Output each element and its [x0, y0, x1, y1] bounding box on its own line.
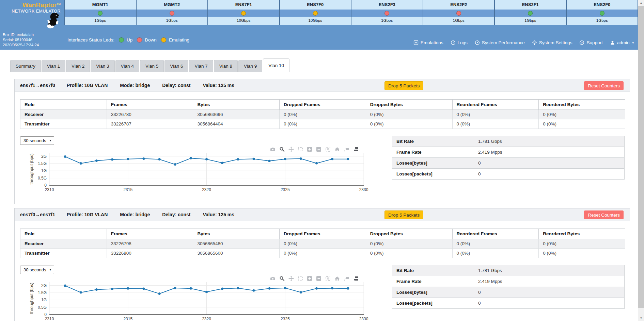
tab-vlan-1[interactable]: Vlan 1 [42, 60, 65, 72]
tab-summary[interactable]: Summary [10, 60, 41, 72]
stat-value: 0 [474, 169, 625, 180]
interface-name: MGMT1 [65, 0, 136, 10]
nav-emulations[interactable]: Emulations [413, 40, 443, 45]
stat-row-frame-rate: Frame Rate2.419 Mpps [392, 147, 625, 158]
stat-value: 0 [474, 158, 625, 169]
counters-header-row: RoleFramesBytesDropped FramesDropped Byt… [20, 229, 625, 239]
scrollbar-up-arrow-icon[interactable]: ▲ [638, 0, 644, 6]
counters-cell: 3056863696 [193, 110, 280, 119]
tab-vlan-10[interactable]: Vlan 10 [263, 58, 289, 72]
counters-row-transmitter: Transmitter3322678730568644040 (0%)0 (0%… [20, 119, 625, 129]
interface-ens7f0[interactable]: ENS7F0 10Gbps [279, 0, 351, 25]
interval-select[interactable]: 30 seconds ▼ [20, 266, 54, 274]
counters-cell: 0 (0%) [366, 110, 452, 119]
counters-col-reordered-bytes: Reordered Bytes [539, 100, 625, 110]
select-arrow-icon: ▼ [49, 266, 52, 274]
interface-status-led-up [600, 11, 604, 16]
stat-label: Bit Rate [392, 265, 474, 276]
interface-mgmt2[interactable]: MGMT2 1Gbps [136, 0, 208, 25]
top-nav: Emulations Logs System Performance Syste… [413, 40, 634, 45]
interface-name: ENS2F2 [423, 0, 494, 10]
led-legend-items: Up Down Emulating [119, 37, 189, 43]
counters-cell: Transmitter [20, 249, 107, 258]
svg-text:1.5G: 1.5G [38, 161, 47, 166]
led-legend-item: Up [119, 37, 132, 43]
counters-cell: 0 (0%) [366, 249, 452, 258]
stat-row-losses-bytes: Losses[bytes]0 [392, 158, 625, 169]
interface-status-led-emulating [313, 11, 318, 16]
interface-status-led-down [384, 11, 389, 16]
stat-row-bit-rate: Bit Rate1.781 Gbps [392, 136, 625, 147]
interface-ens2f3[interactable]: ENS2F3 1Gbps [351, 0, 423, 25]
interface-ens7f1[interactable]: ENS7F1 10Gbps [207, 0, 279, 25]
nav-admin[interactable]: admin ▾ [610, 40, 634, 45]
counters-cell: Receiver [20, 110, 107, 119]
reset-counters-button[interactable]: Reset Counters [584, 210, 624, 219]
interval-select[interactable]: 30 seconds ▼ [20, 136, 54, 145]
counters-cell: 0 (0%) [452, 119, 539, 129]
counters-cell: 0 (0%) [280, 249, 366, 258]
stat-value: 1.781 Gbps [474, 265, 625, 276]
led-legend: Interfaces Status Leds: Up Down Emulatin… [67, 37, 189, 43]
tab-vlan-9[interactable]: Vlan 9 [238, 60, 262, 72]
raptor-logo-icon [44, 12, 62, 31]
counters-row-receiver: Receiver3322678030568636960 (0%)0 (0%)0 … [20, 110, 625, 119]
counters-col-reordered-frames: Reordered Frames [452, 229, 539, 239]
nav-system-settings[interactable]: System Settings [532, 40, 572, 45]
counters-cell: 0 (0%) [452, 249, 539, 258]
interface-led-row [423, 10, 494, 17]
led-legend-item-label: Up [127, 37, 132, 43]
drop-packets-button[interactable]: Drop 5 Packets [384, 81, 423, 90]
interface-speed: 1Gbps [423, 17, 494, 25]
stat-label: Bit Rate [392, 136, 474, 147]
emulation-info: Profile: 10G VLANMode: bridgeDelay: cons… [67, 83, 234, 88]
counters-cell: 0 (0%) [539, 119, 625, 129]
interface-ens2f1[interactable]: ENS2F1 1Gbps [494, 0, 566, 25]
nav-system-performance[interactable]: System Performance [475, 40, 525, 45]
tab-vlan-8[interactable]: Vlan 8 [214, 60, 238, 72]
interface-status-led-down [170, 11, 174, 16]
tab-vlan-4[interactable]: Vlan 4 [115, 60, 139, 72]
nav-support[interactable]: ? Support [579, 40, 602, 45]
emulation-panel-ens7f1-ens7f0: ens7f1→ens7f0 Profile: 10G VLANMode: bri… [14, 79, 630, 204]
led-swatch-emulating-icon [161, 37, 166, 43]
stat-value: 1.781 Gbps [474, 136, 625, 147]
emulation-info-mode: Mode: bridge [120, 83, 150, 88]
svg-text:2325: 2325 [281, 187, 290, 192]
nav-logs[interactable]: Logs [451, 40, 468, 45]
emulation-info-profile: Profile: 10G VLAN [67, 212, 108, 217]
interface-led-row [137, 10, 208, 17]
interface-mgmt1[interactable]: MGMT1 1Gbps [64, 0, 136, 25]
reset-counters-button[interactable]: Reset Counters [584, 81, 624, 90]
select-arrow-icon: ▼ [49, 137, 52, 145]
stat-row-losses-packets: Losses[packets]0 [392, 298, 625, 309]
scrollbar-thumb[interactable] [638, 6, 644, 308]
throughput-chart: 00.5G1G1.5G2G23102315232023252330through… [28, 147, 372, 197]
counters-cell: 0 (0%) [452, 239, 539, 249]
tab-vlan-3[interactable]: Vlan 3 [91, 60, 114, 72]
tab-vlan-2[interactable]: Vlan 2 [66, 60, 90, 72]
nav-label-support: Support [586, 40, 602, 45]
tab-vlan-5[interactable]: Vlan 5 [140, 60, 164, 72]
counters-cell: 0 (0%) [280, 239, 366, 249]
drop-packets-button[interactable]: Drop 5 Packets [384, 210, 423, 219]
vertical-scrollbar[interactable]: ▲ ▼ [638, 0, 644, 321]
emulation-info-profile: Profile: 10G VLAN [67, 83, 108, 88]
counters-col-bytes: Bytes [193, 100, 280, 110]
svg-text:2G: 2G [41, 283, 47, 288]
scrollbar-down-arrow-icon[interactable]: ▼ [638, 315, 644, 321]
tab-vlan-6[interactable]: Vlan 6 [164, 60, 188, 72]
svg-text:0.5G: 0.5G [38, 176, 47, 181]
interface-name: MGMT2 [137, 0, 208, 10]
interface-ens2f0[interactable]: ENS2F0 1Gbps [566, 0, 639, 25]
tab-vlan-7[interactable]: Vlan 7 [189, 60, 213, 72]
nav-label-logs: Logs [458, 40, 468, 45]
stat-row-bit-rate: Bit Rate1.781 Gbps [392, 265, 625, 276]
trademark: TM [57, 2, 61, 5]
interface-led-row [65, 10, 136, 17]
emulation-info-value: Value: 125 ms [203, 83, 234, 88]
interface-speed: 1Gbps [137, 17, 208, 25]
svg-text:0: 0 [44, 183, 47, 188]
interface-ens2f2[interactable]: ENS2F2 1Gbps [423, 0, 494, 25]
svg-text:0.5G: 0.5G [38, 305, 47, 310]
